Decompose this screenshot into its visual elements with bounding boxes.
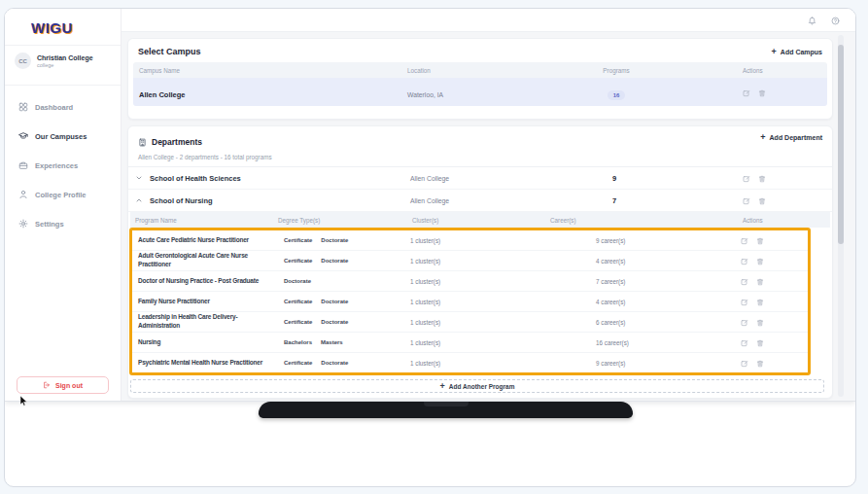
chevron-up-icon[interactable] <box>136 197 144 203</box>
program-actions <box>741 272 808 290</box>
column-header: Program Name <box>130 217 278 224</box>
department-row[interactable]: School of NursingAllen College7 <box>128 190 832 212</box>
edit-icon[interactable] <box>741 258 748 265</box>
sidebar-item-college-profile[interactable]: College Profile <box>5 180 121 209</box>
program-row[interactable]: NursingBachelorsMasters1 cluster(s)16 ca… <box>132 333 808 353</box>
add-another-program-button[interactable]: + Add Another Program <box>130 379 824 393</box>
campus-row[interactable]: Allen CollegeWaterloo, IA16 <box>133 78 827 106</box>
sidebar-item-our-campuses[interactable]: Our Campuses <box>5 122 121 151</box>
settings-icon <box>18 215 28 232</box>
campus-actions <box>684 84 827 101</box>
column-header: Actions <box>743 217 830 224</box>
degree-chip: Doctorate <box>321 319 348 325</box>
delete-icon[interactable] <box>758 89 766 97</box>
profile-icon <box>18 186 28 203</box>
campus-name: Allen College <box>133 84 407 101</box>
degree-chip: Masters <box>321 339 343 345</box>
profile-menu[interactable]: CC Christian College college <box>5 46 121 76</box>
sign-out-label: Sign out <box>55 382 83 389</box>
add-department-button[interactable]: + Add Department <box>760 133 822 142</box>
degree-chip: Certificate <box>284 299 312 304</box>
profile-name: Christian College <box>37 54 93 61</box>
bell-icon[interactable] <box>808 12 816 29</box>
program-careers: 6 career(s) <box>548 319 741 326</box>
program-row[interactable]: Acute Care Pediatric Nurse PractitionerC… <box>132 230 808 251</box>
program-clusters: 1 cluster(s) <box>410 339 548 346</box>
plus-icon: + <box>760 133 765 142</box>
program-actions <box>741 231 808 249</box>
program-row[interactable]: Family Nurse PractitionerCertificateDoct… <box>132 292 808 312</box>
departments-section: Departments Allen College - 2 department… <box>127 125 833 399</box>
degree-chip: Bachelors <box>284 339 312 345</box>
row-actions <box>741 231 772 248</box>
edit-icon[interactable] <box>741 278 748 286</box>
department-row[interactable]: School of Health SciencesAllen College9 <box>128 167 832 190</box>
help-icon[interactable] <box>831 12 840 29</box>
degree-chip: Certificate <box>284 319 312 325</box>
delete-icon[interactable] <box>756 237 764 245</box>
program-clusters: 1 cluster(s) <box>410 258 548 265</box>
program-clusters: 1 cluster(s) <box>410 319 548 326</box>
add-campus-button[interactable]: + Add Campus <box>772 48 822 56</box>
chevron-down-icon[interactable] <box>136 175 144 181</box>
delete-icon[interactable] <box>756 339 764 347</box>
degree-chip: Doctorate <box>321 360 348 366</box>
sidebar-item-dashboard[interactable]: Dashboard <box>5 92 121 122</box>
column-header: Campus Name <box>133 67 407 74</box>
department-name-cell: School of Health Sciences <box>128 174 410 183</box>
program-row[interactable]: Adult Gerontological Acute Care Nurse Pr… <box>132 251 808 271</box>
program-degrees: CertificateDoctorate <box>276 299 410 304</box>
edit-icon[interactable] <box>743 197 750 205</box>
edit-icon[interactable] <box>743 89 750 97</box>
program-row[interactable]: Doctor of Nursing Practice - Post Gradua… <box>132 271 808 292</box>
program-row[interactable]: Psychiatric Mental Health Nurse Practiti… <box>132 353 808 372</box>
avatar: CC <box>15 53 31 69</box>
departments-title: Departments <box>152 137 202 147</box>
delete-icon[interactable] <box>756 360 764 368</box>
program-actions <box>741 313 808 331</box>
sidebar-item-label: College Profile <box>35 191 87 199</box>
sidebar-nav: DashboardOur CampusesExperiencesCollege … <box>5 86 121 245</box>
program-name: Doctor of Nursing Practice - Post Gradua… <box>132 277 276 286</box>
cursor-icon <box>19 396 28 406</box>
sidebar-item-settings[interactable]: Settings <box>5 209 121 238</box>
department-name: School of Health Sciences <box>150 174 241 183</box>
delete-icon[interactable] <box>758 175 766 183</box>
edit-icon[interactable] <box>741 360 748 368</box>
degree-chip: Doctorate <box>284 278 311 284</box>
delete-icon[interactable] <box>756 278 764 286</box>
delete-icon[interactable] <box>756 299 764 306</box>
program-careers: 9 career(s) <box>548 360 741 367</box>
delete-icon[interactable] <box>758 197 766 205</box>
edit-icon[interactable] <box>743 175 750 183</box>
scrollbar-track[interactable] <box>838 35 844 397</box>
page: WIGU CC Christian College college Dashbo… <box>0 0 868 494</box>
edit-icon[interactable] <box>741 339 748 347</box>
degree-chip: Doctorate <box>321 299 348 304</box>
highlighted-programs-box: Acute Care Pediatric Nurse PractitionerC… <box>129 228 811 375</box>
sidebar-item-experiences[interactable]: Experiences <box>5 151 121 180</box>
sign-out-button[interactable]: Sign out <box>17 376 109 394</box>
campus-name-text: Allen College <box>139 90 186 99</box>
column-header: Location <box>407 67 548 74</box>
campus-location: Waterloo, IA <box>407 84 548 101</box>
delete-icon[interactable] <box>756 319 764 327</box>
program-row[interactable]: Leadership in Health Care Delivery-Admin… <box>132 312 808 333</box>
scrollbar-thumb[interactable] <box>838 45 844 244</box>
program-clusters: 1 cluster(s) <box>410 237 548 244</box>
department-actions <box>741 192 832 209</box>
program-actions <box>741 334 808 351</box>
program-degrees: CertificateDoctorate <box>276 360 410 366</box>
column-header: Degree Type(s) <box>278 217 412 224</box>
program-degrees: CertificateDoctorate <box>276 258 410 264</box>
program-clusters: 1 cluster(s) <box>410 360 548 367</box>
edit-icon[interactable] <box>741 237 748 245</box>
delete-icon[interactable] <box>756 258 764 265</box>
program-degrees: CertificateDoctorate <box>276 237 410 243</box>
edit-icon[interactable] <box>741 299 748 306</box>
campus-table-header: Campus Name Location Programs Actions <box>133 62 827 78</box>
edit-icon[interactable] <box>741 319 748 327</box>
browser-frame: WIGU CC Christian College college Dashbo… <box>4 8 856 487</box>
degree-chip: Certificate <box>284 360 312 366</box>
program-name: Acute Care Pediatric Nurse Practitioner <box>132 236 276 245</box>
